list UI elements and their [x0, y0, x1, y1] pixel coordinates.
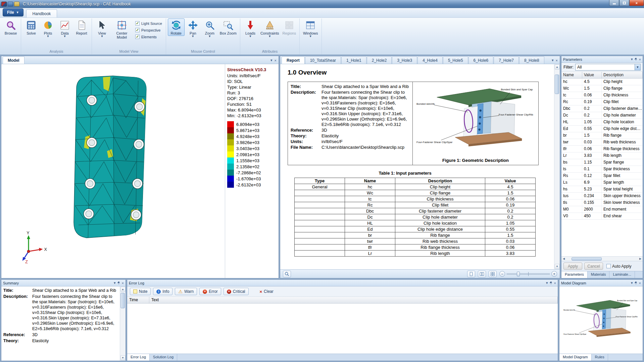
data-button[interactable]: Data ▼ [56, 18, 73, 38]
find-button[interactable] [283, 271, 291, 277]
parameter-row[interactable]: br 1.5 Rib flange [561, 132, 643, 139]
column-header-text[interactable]: Text [149, 297, 558, 303]
apply-button[interactable]: Apply [563, 263, 582, 270]
scroll-up-icon[interactable]: ▲ [555, 64, 560, 70]
chevron-down-icon[interactable]: ▾ [114, 281, 116, 285]
chevron-down-icon[interactable]: ▾ [631, 281, 633, 285]
chevron-down-icon[interactable]: ▾ [631, 57, 633, 61]
pin-icon[interactable] [635, 57, 637, 61]
close-icon[interactable]: × [122, 281, 124, 285]
thumbnail-view-button[interactable] [489, 271, 497, 277]
note-filter-button[interactable]: Note [130, 288, 151, 295]
report-tab[interactable]: 4_Hole4 [417, 56, 443, 64]
scroll-down-icon[interactable]: ▼ [555, 264, 560, 269]
chevron-down-icon[interactable]: ▼ [635, 64, 640, 70]
parameter-row[interactable]: tls 0.155 Skin lower thickness [561, 199, 643, 206]
column-header-value[interactable]: Value [582, 72, 602, 78]
scroll-left-icon[interactable]: ◀ [561, 257, 566, 261]
parameter-row[interactable]: HL 1.05 Clip hole location [561, 119, 643, 126]
zoom-slider[interactable] [506, 273, 550, 275]
solve-button[interactable]: Solve [23, 18, 40, 36]
parameter-row[interactable]: Wc 1.5 Clip flange [561, 85, 643, 92]
close-icon[interactable]: × [556, 58, 558, 62]
parameter-row[interactable]: tc 0.06 Clip thickness [561, 92, 643, 99]
zoom-out-button[interactable]: − [499, 271, 505, 277]
parameter-row[interactable]: Dc 0.2 Clip hole diameter [561, 112, 643, 119]
filter-dropdown[interactable]: All ▼ [575, 64, 641, 71]
warn-filter-button[interactable]: ⚠ Warn [175, 288, 197, 295]
report-tab[interactable]: 1_Hole1 [341, 56, 366, 64]
report-tab[interactable]: 10_TotalShear [305, 56, 341, 64]
close-icon[interactable]: × [275, 58, 277, 62]
view-option-checkbox[interactable]: ✓ Perspective [135, 28, 162, 32]
info-filter-button[interactable]: i Info [153, 288, 172, 295]
browse-button[interactable]: Browse [2, 18, 19, 36]
loads-button[interactable]: Loads ▼ [242, 18, 259, 38]
parameter-row[interactable]: ts 0.1 Spar thickness [561, 166, 643, 173]
pin-icon[interactable] [635, 281, 637, 285]
parameter-row[interactable]: tus 0.234 Skin upper thickness [561, 193, 643, 199]
close-icon[interactable]: × [554, 281, 556, 285]
scroll-up-icon[interactable]: ▲ [120, 287, 126, 292]
close-button[interactable]: × [629, 0, 644, 6]
scroll-down-icon[interactable]: ▼ [120, 355, 126, 360]
report-tab[interactable]: 5_Hole5 [443, 56, 468, 64]
parameter-row[interactable]: Lr 3.83 Rib length [561, 152, 643, 159]
chevron-down-icon[interactable]: ▾ [552, 58, 554, 62]
scrollbar-thumb[interactable] [555, 75, 559, 94]
scrollbar-thumb[interactable] [120, 293, 125, 308]
report-vertical-scrollbar[interactable]: ▲ ▼ [554, 64, 560, 269]
tab-handbook[interactable]: Handbook [26, 9, 57, 17]
parameters-bottom-tab[interactable]: Materials [588, 271, 610, 278]
constraints-button[interactable]: Constraints ▼ [259, 18, 281, 38]
log-bottom-tab[interactable]: Solution Log [150, 354, 177, 361]
scrollbar-thumb[interactable] [572, 257, 602, 261]
view-option-checkbox[interactable]: ✓ Elements [135, 35, 162, 39]
parameter-row[interactable]: M0 2600 End moment [561, 206, 643, 213]
parameter-row[interactable]: Ed 0.55 Clip hole edge distance [561, 126, 643, 132]
minimize-button[interactable] [609, 0, 619, 6]
summary-vertical-scrollbar[interactable]: ▲ ▼ [120, 286, 126, 361]
parameter-row[interactable]: hc 4.5 Clip height [561, 79, 643, 85]
center-model-button[interactable]: Center Model [110, 18, 133, 40]
view-button[interactable]: View ▼ [94, 18, 110, 38]
parameter-row[interactable]: Rc 0.19 Clip fillet [561, 99, 643, 105]
model-viewport[interactable]: Y X Z [1, 64, 225, 278]
parameters-bottom-tab[interactable]: Laminate... [609, 271, 635, 278]
report-tab[interactable]: Report [282, 56, 305, 64]
close-icon[interactable]: × [639, 57, 641, 61]
pan-button[interactable]: Pan ▼ [185, 18, 201, 38]
report-tab[interactable]: 3_Hole3 [392, 56, 417, 64]
log-bottom-tab[interactable]: Error Log [127, 354, 150, 361]
maximize-button[interactable] [619, 0, 629, 6]
column-header-time[interactable]: Time [127, 297, 149, 303]
report-button[interactable]: Report [73, 18, 90, 36]
column-header-description[interactable]: Description [602, 72, 643, 78]
save-icon[interactable] [8, 2, 13, 6]
error-filter-button[interactable]: × Error [199, 288, 221, 295]
single-page-view-button[interactable] [467, 271, 475, 277]
parameter-row[interactable]: Dbc 0.2 Clip fastener diameter [561, 105, 643, 112]
zoom-slider-thumb[interactable] [517, 272, 520, 276]
view-option-checkbox[interactable]: ✓ Light Source [135, 21, 162, 26]
parameter-row[interactable]: tfr 0.06 Rib flange thickness [561, 146, 643, 152]
two-page-view-button[interactable] [478, 271, 486, 277]
chevron-down-icon[interactable]: ▾ [270, 58, 273, 62]
diagram-bottom-tab[interactable]: Model Diagram [559, 354, 592, 361]
report-tab[interactable]: 6_Hole6 [468, 56, 494, 64]
box-zoom-button[interactable]: Box Zoom [218, 18, 238, 36]
parameter-row[interactable]: bs 1.15 Spar flange [561, 159, 643, 166]
report-tab[interactable]: 8_Hole8 [519, 56, 544, 64]
parameter-row[interactable]: Rs 0.12 Spar fillet [561, 173, 643, 179]
tab-model[interactable]: Model [3, 56, 24, 64]
report-tab[interactable]: 2_Hole2 [367, 56, 392, 64]
pin-icon[interactable] [550, 281, 552, 285]
cancel-button[interactable]: Cancel [584, 263, 603, 270]
column-header-name[interactable]: Name [561, 72, 582, 78]
auto-apply-checkbox[interactable]: ✓ Auto Apply [606, 264, 631, 269]
parameters-horizontal-scrollbar[interactable]: ◀ ▶ [561, 256, 643, 261]
plots-button[interactable]: Plots ▼ [40, 18, 56, 38]
parameter-row[interactable]: Ls 6.9 Spar length [561, 179, 643, 186]
zoom-in-button[interactable]: + [551, 271, 557, 277]
parameters-bottom-tab[interactable]: Parameters [561, 271, 588, 278]
